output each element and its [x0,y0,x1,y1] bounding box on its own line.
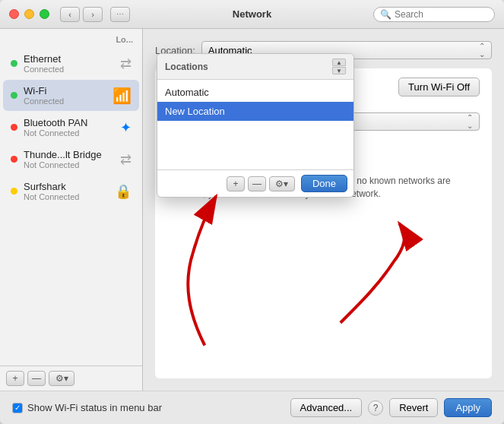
status-dot-thunderbolt [11,156,17,163]
back-button[interactable]: ‹ [60,7,80,22]
search-icon: 🔍 [380,9,391,20]
network-chevron-icon: ⌃⌄ [467,113,473,130]
bluetooth-icon: ✦ [120,119,132,136]
sidebar: Lo... Ethernet Connected ⇄ Wi-Fi [0,29,143,391]
right-panel: Location: Automatic ⌃⌄ GBTube_5GHz and h… [143,29,504,391]
sidebar-item-name-ethernet: Ethernet [24,53,117,65]
revert-button[interactable]: Revert [389,398,438,417]
sidebar-item-surfshark[interactable]: Surfshark Not Connected 🔒 [3,176,139,207]
bottom-right-buttons: Advanced... ? Revert Apply [290,398,492,417]
show-wifi-checkbox[interactable]: ✓ [12,403,23,413]
thunderbolt-icon: ⇄ [120,151,132,168]
advanced-button[interactable]: Advanced... [290,398,363,417]
dropdown-empty-area [157,124,353,169]
status-dot-wifi [11,92,17,99]
sidebar-item-name-wifi: Wi-Fi [24,85,109,97]
traffic-lights [9,9,49,19]
minimize-button[interactable] [24,9,34,19]
gear-button[interactable]: ⚙▾ [49,371,74,386]
search-box[interactable]: 🔍 [373,7,495,22]
show-wifi-row: ✓ Show Wi-Fi status in menu bar [12,402,162,413]
stepper-down-button[interactable]: ▼ [332,67,346,74]
network-window: ‹ › ⋯ Network 🔍 Lo... Ethernet Connected [0,0,504,424]
sidebar-item-name-bluetooth: Bluetooth PAN [24,117,117,128]
dropdown-list: Automatic New Location [157,80,353,124]
sidebar-item-status-ethernet: Connected [24,65,117,74]
action-buttons: Revert Apply [389,398,492,417]
dropdown-header-label: Locations [165,62,208,72]
dropdown-header: Locations ▲ ▼ [157,54,353,80]
dropdown-item-automatic[interactable]: Automatic [157,83,353,102]
surfshark-icon: 🔒 [115,183,132,200]
apply-button[interactable]: Apply [444,398,492,417]
status-dot-bluetooth [11,124,17,131]
dropdown-gear-button[interactable]: ⚙▾ [269,176,295,191]
maximize-button[interactable] [40,9,49,19]
status-dot-surfshark [11,188,17,195]
show-wifi-label: Show Wi-Fi status in menu bar [27,402,162,413]
search-input[interactable] [395,9,493,20]
forward-button[interactable]: › [83,7,103,22]
dropdown-remove-button[interactable]: — [248,176,266,191]
titlebar: ‹ › ⋯ Network 🔍 [0,0,504,29]
sidebar-header: Lo... [0,29,142,47]
chevron-down-icon: ⌃⌄ [479,42,485,59]
sidebar-item-ethernet[interactable]: Ethernet Connected ⇄ [3,48,139,79]
sidebar-items: Ethernet Connected ⇄ Wi-Fi Connected 📶 [0,47,142,365]
locations-dropdown[interactable]: Locations ▲ ▼ Automatic New Location + — [157,53,354,198]
sidebar-item-name-thunderbolt: Thunde...lt Bridge [24,149,117,160]
sidebar-item-status-thunderbolt: Not Connected [24,160,117,169]
ethernet-icon: ⇄ [120,55,132,72]
turn-wifi-button[interactable]: Turn Wi-Fi Off [398,78,480,97]
nav-buttons: ‹ › [60,7,103,22]
sidebar-item-wifi[interactable]: Wi-Fi Connected 📶 [3,80,139,111]
dropdown-stepper: ▲ ▼ [332,59,346,74]
dropdown-add-button[interactable]: + [227,176,245,191]
sidebar-item-status-bluetooth: Not Connected [24,128,117,138]
dropdown-footer: + — ⚙▾ Done [157,169,353,197]
wifi-icon: 📶 [113,87,132,105]
bottom-bar: ✓ Show Wi-Fi status in menu bar Advanced… [0,391,504,424]
sidebar-item-name-surfshark: Surfshark [24,181,112,192]
status-dot-ethernet [11,60,17,67]
sidebar-item-thunderbolt[interactable]: Thunde...lt Bridge Not Connected ⇄ [3,144,139,175]
remove-network-button[interactable]: — [27,371,46,386]
sidebar-item-bluetooth[interactable]: Bluetooth PAN Not Connected ✦ [3,112,139,143]
close-button[interactable] [9,9,19,19]
dropdown-item-new-location[interactable]: New Location [157,102,353,121]
stepper-up-button[interactable]: ▲ [332,59,346,66]
grid-button[interactable]: ⋯ [110,7,130,22]
help-button[interactable]: ? [368,400,383,416]
main-content: Lo... Ethernet Connected ⇄ Wi-Fi [0,29,504,391]
sidebar-item-status-wifi: Connected [24,97,109,106]
sidebar-bottom-bar: + — ⚙▾ [0,365,142,391]
add-network-button[interactable]: + [6,371,24,386]
window-title: Network [233,8,271,20]
done-button[interactable]: Done [301,175,347,192]
sidebar-item-status-surfshark: Not Connected [24,192,112,201]
